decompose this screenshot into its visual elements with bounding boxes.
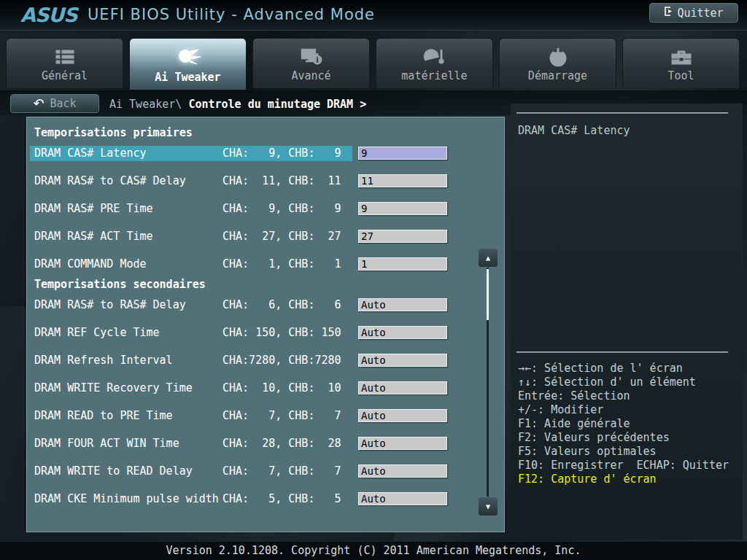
tab-label: Démarrage	[500, 69, 616, 82]
value-field[interactable]: Auto	[358, 464, 447, 478]
exit-door-icon	[664, 6, 674, 20]
table-row-ras-pre-time[interactable]: DRAM RAS# PRE TimeCHA: 9, CHB: 9 9	[27, 195, 504, 222]
dram-timing-panel: Temporisations primaires DRAM CAS# Laten…	[26, 117, 505, 532]
value-field[interactable]: Auto	[358, 354, 447, 367]
table-row-command-mode[interactable]: DRAM COMMAND ModeCHA: 1, CHB: 1 1	[27, 250, 504, 278]
help-sidebar: DRAM CAS# Latency →←: Sélection de l' éc…	[511, 104, 743, 540]
setting-label: DRAM RAS# to CAS# Delay	[34, 174, 222, 187]
shortcut-item: F1: Aide générale	[518, 417, 729, 431]
comet-icon	[130, 46, 246, 68]
channel-values: CHA: 7, CHB: 7	[222, 409, 341, 422]
setting-label: DRAM READ to PRE Time	[34, 409, 222, 422]
gauge-icon	[376, 46, 492, 68]
setting-label: DRAM RAS# to RAS# Delay	[34, 298, 222, 311]
value-field[interactable]: Auto	[358, 298, 447, 311]
shortcut-item: F2: Valeurs précédentes	[518, 431, 729, 445]
setting-label: DRAM COMMAND Mode	[34, 257, 222, 271]
shortcut-item: Entrée: Sélection	[518, 389, 729, 403]
table-row-write-recovery-time[interactable]: DRAM WRITE Recovery TimeCHA: 10, CHB: 10…	[27, 374, 504, 402]
channel-values: CHA: 7, CHB: 7	[222, 464, 341, 478]
tab-tool[interactable]: Tool	[622, 38, 740, 88]
scroll-up-button[interactable]: ▲	[478, 248, 498, 268]
value-field[interactable]: Auto	[358, 326, 447, 339]
table-row-refresh-interval[interactable]: DRAM Refresh IntervalCHA:7280, CHB:7280 …	[27, 346, 504, 374]
list-icon	[7, 46, 123, 68]
tab-demarrage[interactable]: Démarrage	[499, 38, 616, 88]
top-bar: ASUS UEFI BIOS Utility - Advanced Mode Q…	[0, 0, 747, 31]
toolbox-icon	[623, 46, 739, 68]
table-row-read-to-pre-time[interactable]: DRAM READ to PRE TimeCHA: 7, CHB: 7 Auto	[27, 402, 504, 429]
setting-label: DRAM RAS# ACT Time	[34, 230, 222, 243]
scroll-down-button[interactable]: ▼	[478, 497, 498, 516]
scrollbar-track[interactable]	[487, 268, 489, 497]
tab-ai-tweaker[interactable]: Ai Tweaker	[129, 38, 247, 90]
setting-label: DRAM Refresh Interval	[34, 354, 222, 367]
section-heading-secondary: Temporisations secondaires	[34, 278, 504, 291]
section-heading-primary: Temporisations primaires	[34, 126, 504, 139]
asus-logo: ASUS	[20, 4, 77, 26]
channel-values: CHA: 9, CHB: 9	[222, 147, 341, 160]
tab-label: Général	[7, 69, 123, 82]
shortcut-item: ↑↓: Sélection d' un élément	[518, 376, 729, 389]
table-row-ras-to-cas-delay[interactable]: DRAM RAS# to CAS# DelayCHA: 11, CHB: 11 …	[27, 167, 504, 195]
shortcut-item: +/-: Modifier	[518, 403, 729, 417]
value-field[interactable]: 27	[358, 230, 447, 243]
table-row-four-act-win-time[interactable]: DRAM FOUR ACT WIN TimeCHA: 28, CHB: 28 A…	[27, 429, 504, 457]
table-row-ref-cycle-time[interactable]: DRAM REF Cycle TimeCHA: 150, CHB: 150 Au…	[27, 319, 504, 346]
table-row-ras-act-time[interactable]: DRAM RAS# ACT TimeCHA: 27, CHB: 27 27	[27, 222, 504, 250]
help-title: DRAM CAS# Latency	[518, 124, 630, 137]
back-button[interactable]: ↶ Back	[10, 94, 99, 113]
value-field[interactable]: 1	[358, 257, 447, 271]
tab-bar: Général Ai Tweaker i Avancé	[6, 38, 740, 90]
exit-button[interactable]: Quitter	[649, 3, 738, 23]
setting-label: DRAM WRITE to READ Delay	[34, 464, 222, 478]
setting-label: DRAM CAS# Latency	[34, 147, 222, 160]
scroll-up-icon: ▲	[486, 254, 490, 262]
shortcut-list: →←: Sélection de l' écran ↑↓: Sélection …	[518, 362, 729, 486]
setting-label: DRAM REF Cycle Time	[34, 326, 222, 339]
channel-values: CHA: 27, CHB: 27	[222, 230, 341, 243]
shortcut-item-f12: F12: Capture d' écran	[518, 472, 729, 486]
svg-text:i: i	[316, 56, 318, 64]
scroll-down-icon: ▼	[486, 502, 490, 510]
value-field[interactable]: 11	[358, 174, 447, 187]
shortcut-item: →←: Sélection de l' écran	[518, 362, 729, 376]
tab-label: Avancé	[253, 69, 369, 82]
exit-button-label: Quitter	[677, 7, 723, 20]
tab-avance[interactable]: i Avancé	[252, 38, 370, 88]
sidebar-divider-top	[516, 112, 728, 114]
breadcrumb-parent: Ai Tweaker\	[109, 98, 188, 111]
value-field[interactable]: Auto	[358, 437, 447, 450]
setting-label: DRAM FOUR ACT WIN Time	[34, 437, 222, 450]
table-row-ras-to-ras-delay[interactable]: DRAM RAS# to RAS# DelayCHA: 6, CHB: 6 Au…	[27, 291, 504, 319]
table-row-write-to-read-delay[interactable]: DRAM WRITE to READ DelayCHA: 7, CHB: 7 A…	[27, 457, 504, 485]
sidebar-divider-bottom	[516, 351, 728, 353]
value-field[interactable]: Auto	[358, 409, 447, 422]
value-field[interactable]: 9	[358, 147, 447, 160]
tab-general[interactable]: Général	[6, 38, 123, 88]
tab-materielle[interactable]: matérielle	[376, 38, 493, 88]
tab-label: Tool	[623, 69, 739, 82]
table-row-cke-minimum-pulse-width[interactable]: DRAM CKE Minimum pulse widthCHA: 5, CHB:…	[27, 485, 504, 513]
value-field[interactable]: 9	[358, 202, 447, 215]
tab-label: Ai Tweaker	[130, 71, 246, 84]
version-text: Version 2.10.1208. Copyright (C) 2011 Am…	[166, 544, 581, 557]
value-field[interactable]: Auto	[358, 492, 447, 505]
channel-values: CHA: 150, CHB: 150	[222, 326, 341, 339]
value-field[interactable]: Auto	[358, 381, 447, 394]
channel-values: CHA: 28, CHB: 28	[222, 437, 341, 450]
channel-values: CHA: 10, CHB: 10	[222, 381, 341, 394]
channel-values: CHA: 11, CHB: 11	[222, 174, 341, 187]
setting-label: DRAM CKE Minimum pulse width	[34, 492, 222, 505]
table-row-dram-cas-latency[interactable]: DRAM CAS# LatencyCHA: 9, CHB: 9 9	[27, 139, 504, 167]
scrollbar-thumb[interactable]	[487, 269, 489, 320]
tab-label: matérielle	[376, 69, 492, 82]
setting-label: DRAM RAS# PRE Time	[34, 202, 222, 215]
power-icon	[500, 46, 616, 68]
channel-values: CHA:7280, CHB:7280	[222, 354, 341, 367]
back-button-label: Back	[50, 97, 76, 110]
app-title: UEFI BIOS Utility - Advanced Mode	[88, 6, 375, 23]
footer-bar: Version 2.10.1208. Copyright (C) 2011 Am…	[0, 541, 747, 560]
scrollbar: ▲ ▼	[478, 248, 498, 516]
shortcut-item: F5: Valeurs optimales	[518, 445, 729, 459]
